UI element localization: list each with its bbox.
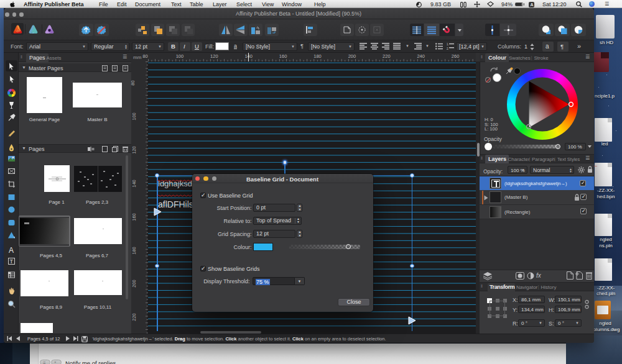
svg-text:2.: 2. [447,47,449,50]
svg-text:T: T [9,258,13,265]
svg-text:A: A [9,246,14,254]
svg-text:1.: 1. [447,43,449,46]
